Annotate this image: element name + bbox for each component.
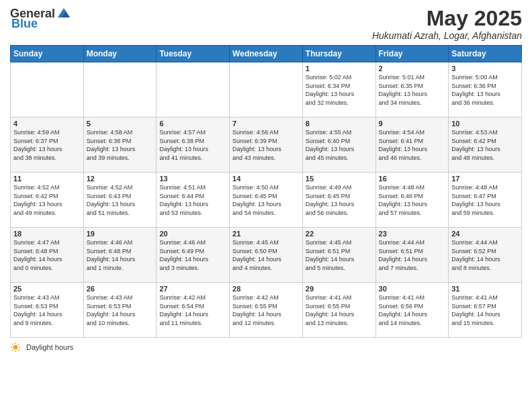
- svg-line-10: [12, 350, 13, 351]
- day-header-sunday: Sunday: [11, 46, 84, 62]
- day-number: 10: [451, 120, 519, 128]
- day-info: Sunrise: 4:52 AM Sunset: 6:42 PM Dayligh…: [13, 183, 81, 217]
- day-info: Sunrise: 5:00 AM Sunset: 6:36 PM Dayligh…: [451, 73, 519, 107]
- logo-blue: Blue: [11, 17, 38, 31]
- day-info: Sunrise: 4:59 AM Sunset: 6:37 PM Dayligh…: [13, 128, 81, 162]
- day-info: Sunrise: 4:53 AM Sunset: 6:42 PM Dayligh…: [451, 128, 519, 162]
- day-number: 2: [379, 64, 446, 73]
- day-number: 17: [451, 175, 519, 183]
- calendar-cell: 29Sunrise: 4:41 AM Sunset: 6:55 PM Dayli…: [302, 283, 375, 338]
- day-info: Sunrise: 4:43 AM Sunset: 6:53 PM Dayligh…: [87, 293, 154, 327]
- calendar-cell: 7Sunrise: 4:56 AM Sunset: 6:39 PM Daylig…: [230, 118, 303, 173]
- day-number: 12: [87, 175, 154, 183]
- main-title: May 2025: [372, 7, 522, 30]
- day-header-wednesday: Wednesday: [230, 46, 303, 62]
- calendar-cell: 16Sunrise: 4:48 AM Sunset: 6:46 PM Dayli…: [375, 173, 449, 228]
- calendar-week-3: 11Sunrise: 4:52 AM Sunset: 6:42 PM Dayli…: [11, 173, 522, 228]
- calendar-cell: 6Sunrise: 4:57 AM Sunset: 6:38 PM Daylig…: [157, 118, 230, 173]
- day-number: 1: [306, 64, 373, 73]
- day-info: Sunrise: 4:52 AM Sunset: 6:43 PM Dayligh…: [87, 183, 154, 217]
- day-header-saturday: Saturday: [449, 46, 522, 62]
- day-number: 16: [379, 175, 446, 183]
- title-section: May 2025 Hukumati Azrah, Logar, Afghanis…: [372, 7, 522, 41]
- calendar-week-2: 4Sunrise: 4:59 AM Sunset: 6:37 PM Daylig…: [11, 118, 522, 173]
- calendar-cell: 14Sunrise: 4:50 AM Sunset: 6:45 PM Dayli…: [230, 173, 303, 228]
- day-info: Sunrise: 4:58 AM Sunset: 6:38 PM Dayligh…: [87, 128, 154, 162]
- day-number: 13: [159, 175, 226, 183]
- day-info: Sunrise: 4:44 AM Sunset: 6:52 PM Dayligh…: [451, 238, 519, 272]
- day-info: Sunrise: 4:41 AM Sunset: 6:56 PM Dayligh…: [379, 293, 446, 327]
- day-number: 11: [13, 175, 81, 183]
- day-number: 26: [87, 285, 154, 293]
- calendar-cell: 28Sunrise: 4:42 AM Sunset: 6:55 PM Dayli…: [230, 283, 303, 338]
- day-info: Sunrise: 4:42 AM Sunset: 6:54 PM Dayligh…: [159, 293, 226, 327]
- day-number: 24: [451, 230, 519, 238]
- calendar-cell: 21Sunrise: 4:45 AM Sunset: 6:50 PM Dayli…: [230, 228, 303, 283]
- calendar-cell: 10Sunrise: 4:53 AM Sunset: 6:42 PM Dayli…: [449, 118, 522, 173]
- day-number: 19: [87, 230, 154, 238]
- day-number: 30: [379, 285, 446, 293]
- page: General Blue May 2025 Hukumati Azrah, Lo…: [0, 0, 532, 411]
- calendar-cell: 15Sunrise: 4:49 AM Sunset: 6:45 PM Dayli…: [302, 173, 375, 228]
- day-number: 25: [13, 285, 81, 293]
- svg-line-7: [12, 344, 13, 345]
- day-info: Sunrise: 4:43 AM Sunset: 6:53 PM Dayligh…: [13, 293, 81, 327]
- day-number: 9: [379, 120, 446, 128]
- day-info: Sunrise: 4:42 AM Sunset: 6:55 PM Dayligh…: [232, 293, 300, 327]
- calendar-cell: 5Sunrise: 4:58 AM Sunset: 6:38 PM Daylig…: [83, 118, 157, 173]
- day-number: 4: [13, 120, 81, 128]
- day-number: 15: [306, 175, 373, 183]
- calendar-cell: 9Sunrise: 4:54 AM Sunset: 6:41 PM Daylig…: [375, 118, 449, 173]
- day-number: 7: [232, 120, 300, 128]
- calendar-cell: 4Sunrise: 4:59 AM Sunset: 6:37 PM Daylig…: [11, 118, 84, 173]
- day-info: Sunrise: 4:45 AM Sunset: 6:50 PM Dayligh…: [232, 238, 300, 272]
- calendar: SundayMondayTuesdayWednesdayThursdayFrid…: [10, 45, 522, 338]
- calendar-week-5: 25Sunrise: 4:43 AM Sunset: 6:53 PM Dayli…: [11, 283, 522, 338]
- calendar-cell: 22Sunrise: 4:45 AM Sunset: 6:51 PM Dayli…: [302, 228, 375, 283]
- day-info: Sunrise: 5:01 AM Sunset: 6:35 PM Dayligh…: [379, 73, 446, 107]
- day-header-friday: Friday: [375, 46, 449, 62]
- day-info: Sunrise: 4:57 AM Sunset: 6:38 PM Dayligh…: [159, 128, 226, 162]
- day-info: Sunrise: 4:45 AM Sunset: 6:51 PM Dayligh…: [306, 238, 373, 272]
- logo: General Blue: [10, 7, 71, 31]
- day-info: Sunrise: 4:48 AM Sunset: 6:47 PM Dayligh…: [451, 183, 519, 217]
- day-header-tuesday: Tuesday: [157, 46, 230, 62]
- day-info: Sunrise: 5:02 AM Sunset: 6:34 PM Dayligh…: [306, 73, 373, 107]
- subtitle: Hukumati Azrah, Logar, Afghanistan: [372, 30, 522, 41]
- calendar-cell: [230, 62, 303, 118]
- day-info: Sunrise: 4:41 AM Sunset: 6:55 PM Dayligh…: [306, 293, 373, 327]
- calendar-week-1: 1Sunrise: 5:02 AM Sunset: 6:34 PM Daylig…: [11, 62, 522, 118]
- day-number: 31: [451, 285, 519, 293]
- day-info: Sunrise: 4:47 AM Sunset: 6:48 PM Dayligh…: [13, 238, 81, 272]
- calendar-cell: 8Sunrise: 4:55 AM Sunset: 6:40 PM Daylig…: [302, 118, 375, 173]
- calendar-cell: 25Sunrise: 4:43 AM Sunset: 6:53 PM Dayli…: [11, 283, 84, 338]
- calendar-cell: 30Sunrise: 4:41 AM Sunset: 6:56 PM Dayli…: [375, 283, 449, 338]
- day-number: 23: [379, 230, 446, 238]
- day-number: 21: [232, 230, 300, 238]
- calendar-cell: 17Sunrise: 4:48 AM Sunset: 6:47 PM Dayli…: [449, 173, 522, 228]
- calendar-cell: 23Sunrise: 4:44 AM Sunset: 6:51 PM Dayli…: [375, 228, 449, 283]
- calendar-header-row: SundayMondayTuesdayWednesdayThursdayFrid…: [11, 46, 522, 62]
- day-info: Sunrise: 4:55 AM Sunset: 6:40 PM Dayligh…: [306, 128, 373, 162]
- footer-label: Daylight hours: [26, 343, 73, 351]
- day-info: Sunrise: 4:50 AM Sunset: 6:45 PM Dayligh…: [232, 183, 300, 217]
- calendar-cell: [83, 62, 157, 118]
- calendar-cell: 31Sunrise: 4:41 AM Sunset: 6:57 PM Dayli…: [449, 283, 522, 338]
- day-number: 28: [232, 285, 300, 293]
- calendar-cell: 24Sunrise: 4:44 AM Sunset: 6:52 PM Dayli…: [449, 228, 522, 283]
- day-number: 27: [159, 285, 226, 293]
- calendar-cell: 26Sunrise: 4:43 AM Sunset: 6:53 PM Dayli…: [83, 283, 157, 338]
- calendar-cell: 20Sunrise: 4:46 AM Sunset: 6:49 PM Dayli…: [157, 228, 230, 283]
- calendar-cell: 1Sunrise: 5:02 AM Sunset: 6:34 PM Daylig…: [302, 62, 375, 118]
- calendar-cell: 19Sunrise: 4:46 AM Sunset: 6:48 PM Dayli…: [83, 228, 157, 283]
- day-info: Sunrise: 4:44 AM Sunset: 6:51 PM Dayligh…: [379, 238, 446, 272]
- svg-point-2: [13, 345, 18, 350]
- header: General Blue May 2025 Hukumati Azrah, Lo…: [10, 7, 522, 41]
- day-info: Sunrise: 4:46 AM Sunset: 6:48 PM Dayligh…: [87, 238, 154, 272]
- day-info: Sunrise: 4:54 AM Sunset: 6:41 PM Dayligh…: [379, 128, 446, 162]
- calendar-cell: [11, 62, 84, 118]
- day-number: 29: [306, 285, 373, 293]
- svg-line-8: [18, 350, 19, 351]
- calendar-cell: 3Sunrise: 5:00 AM Sunset: 6:36 PM Daylig…: [449, 62, 522, 118]
- day-info: Sunrise: 4:41 AM Sunset: 6:57 PM Dayligh…: [451, 293, 519, 327]
